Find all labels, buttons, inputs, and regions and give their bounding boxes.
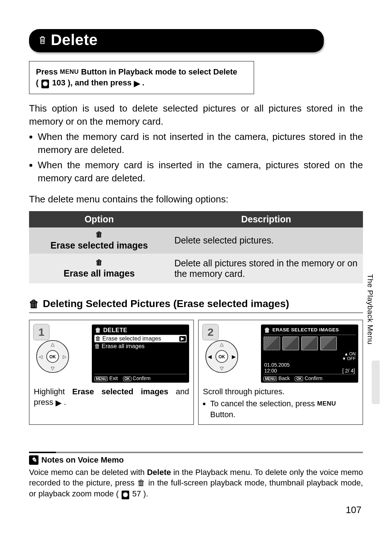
- caption-bold: Erase selected images: [72, 387, 168, 396]
- reference-number: 103: [52, 78, 66, 87]
- svg-text:OK: OK: [49, 354, 56, 359]
- dpad-icon: OK △ ▽ ◁ ▷: [36, 340, 69, 373]
- thumbnail: [301, 337, 318, 350]
- svg-text:▶: ▶: [232, 354, 236, 359]
- description-cell: Delete all pictures stored in the memory…: [169, 254, 363, 283]
- right-arrow-icon: ▶: [56, 398, 62, 407]
- lcd-title: ERASE SELECTED IMAGES: [273, 327, 339, 333]
- notes-body: Voice memo can be deleted with Delete in…: [29, 467, 363, 500]
- step-bullet-list: To cancel the selection, press MENU Butt…: [203, 398, 358, 420]
- instruction-text: ), and then press: [68, 78, 134, 87]
- instruction-box: Press MENU Button in Playback mode to se…: [29, 61, 254, 94]
- th-option: Option: [29, 211, 169, 227]
- bullet-list: When the memory card is not inserted in …: [29, 130, 363, 185]
- instruction-text: (: [36, 78, 38, 87]
- ok-badge: OK: [295, 376, 303, 381]
- right-arrow-icon: ▶: [179, 336, 186, 342]
- notes-text: ).: [143, 489, 148, 498]
- option-cell: 🗑 Erase selected images: [29, 227, 169, 254]
- trash-icon: 🗑: [29, 298, 39, 310]
- svg-text:OK: OK: [219, 354, 225, 359]
- list-item: When the memory card is inserted in the …: [38, 159, 363, 185]
- instruction-text: .: [142, 78, 144, 87]
- footer-confirm: Confirm: [305, 375, 322, 381]
- lcd-title: DELETE: [103, 327, 127, 334]
- table-intro-text: The delete menu contains the following o…: [29, 193, 363, 206]
- caption-text: .: [64, 398, 66, 407]
- footer-exit: Exit: [109, 375, 118, 381]
- section-header: Delete: [29, 29, 324, 52]
- intro-paragraph: This option is used to delete selected p…: [29, 102, 363, 128]
- header-title: Delete: [51, 31, 98, 49]
- svg-text:△: △: [220, 341, 224, 347]
- svg-text:▷: ▷: [63, 354, 66, 359]
- list-item: When the memory card is not inserted in …: [38, 130, 363, 157]
- svg-text:▽: ▽: [51, 365, 54, 371]
- step-1: 1 OK △ ▽ ◁ ▷ 🗑 DELETE 🗑 Erase selected i…: [29, 320, 194, 425]
- subsection-title: Deleting Selected Pictures (Erase select…: [43, 298, 289, 310]
- intro-text: This option is used to delete selected p…: [29, 102, 363, 128]
- instruction-bold: Delete: [213, 67, 237, 76]
- lcd-item: Erase all images: [102, 343, 144, 350]
- ok-badge: OK: [123, 376, 131, 381]
- trash-icon: [38, 35, 46, 45]
- options-table: Option Description 🗑 Erase selected imag…: [29, 211, 363, 283]
- menu-badge: MENU: [94, 376, 108, 381]
- step-caption: Highlight Erase selected images and pres…: [34, 386, 189, 408]
- footer-back: Back: [278, 375, 290, 381]
- th-description: Description: [169, 211, 363, 227]
- trash-icon: 🗑: [95, 327, 101, 334]
- page-number: 107: [29, 504, 363, 516]
- description-cell: Delete selected pictures.: [169, 227, 363, 254]
- menu-key: MENU: [60, 68, 79, 75]
- bullet-text: To cancel the selection, press: [210, 399, 317, 408]
- side-tab: [372, 360, 380, 404]
- pencil-icon: ✎: [29, 455, 38, 465]
- option-cell: 🗑 Erase all images: [29, 254, 169, 283]
- lcd-screen-1: 🗑 DELETE 🗑 Erase selected images ▶ 🗑 Era…: [92, 325, 189, 383]
- erase-all-icon: 🗑: [94, 343, 100, 350]
- instruction-text: Press: [36, 67, 60, 76]
- list-item: To cancel the selection, press MENU Butt…: [210, 398, 358, 420]
- thumbnail: [320, 337, 337, 350]
- thumbnail: [264, 337, 280, 350]
- menu-badge: MENU: [264, 376, 277, 381]
- instruction-text: Button in Playback mode to select: [81, 67, 213, 76]
- notes-text: Voice memo can be deleted with: [29, 468, 147, 477]
- svg-text:◁: ◁: [39, 354, 42, 359]
- frame-count: [ 2/ 4]: [342, 368, 355, 374]
- step-number-2: 2: [202, 324, 219, 340]
- side-section-label: The Playback Menu: [366, 274, 375, 344]
- thumbnail: [282, 337, 299, 350]
- subsection-heading: 🗑 Deleting Selected Pictures (Erase sele…: [29, 298, 363, 313]
- footer-confirm: Confirm: [133, 375, 151, 381]
- trash-icon: 🗑: [137, 478, 146, 487]
- erase-selected-icon: 🗑: [34, 230, 164, 239]
- notes-bold: Delete: [147, 468, 171, 477]
- table-intro: The delete menu contains the following o…: [29, 193, 363, 206]
- svg-text:◀: ◀: [208, 354, 212, 359]
- bullet-text: Button.: [210, 410, 236, 419]
- erase-selected-icon: 🗑: [95, 335, 101, 342]
- right-arrow-icon: ▶: [134, 79, 140, 88]
- time: 12:00: [264, 368, 277, 374]
- reference-badge: ✺: [122, 491, 129, 499]
- lcd-item: Erase selected images: [102, 335, 161, 342]
- step-2: 2 OK △ ▽ ◀ ▶ 🗑 ERASE SELECTED IMAGES: [198, 320, 363, 425]
- off-label: OFF: [347, 356, 356, 361]
- svg-text:1: 1: [38, 326, 45, 338]
- svg-text:2: 2: [208, 326, 214, 338]
- lcd-screen-2: 🗑 ERASE SELECTED IMAGES ▲ON ▼OFF 01.05.2…: [261, 325, 358, 383]
- caption-text: Highlight: [34, 387, 72, 396]
- date: 01.05.2005: [264, 362, 290, 368]
- svg-text:▽: ▽: [220, 365, 224, 371]
- notes-heading: ✎ Notes on Voice Memo: [29, 455, 363, 465]
- option-label: Erase all images: [64, 268, 135, 278]
- trash-icon: 🗑: [264, 327, 270, 334]
- dpad-icon: OK △ ▽ ◀ ▶: [205, 340, 238, 373]
- on-off-labels: ▲ON ▼OFF: [264, 352, 356, 361]
- svg-text:△: △: [51, 341, 54, 347]
- step-number-1: 1: [33, 324, 50, 340]
- step-caption: Scroll through pictures.: [203, 386, 358, 397]
- erase-all-icon: 🗑: [34, 258, 164, 267]
